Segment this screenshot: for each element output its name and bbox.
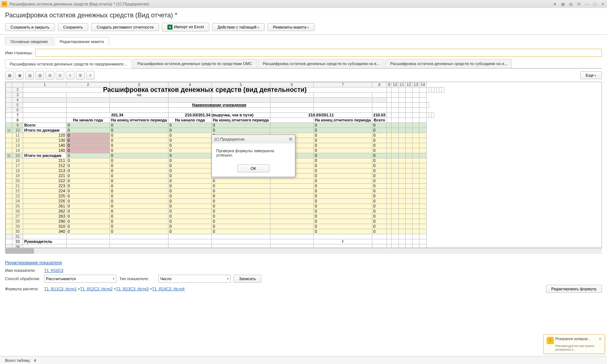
row-number[interactable]: 30: [12, 229, 23, 234]
row-number[interactable]: 5: [12, 103, 23, 108]
row-number[interactable]: 2: [12, 87, 23, 93]
outline-toggle[interactable]: [6, 133, 12, 138]
more-button[interactable]: Еще: [580, 71, 602, 79]
outline-toggle[interactable]: [6, 163, 12, 168]
row-number[interactable]: 14: [12, 148, 23, 153]
row-number[interactable]: 11: [12, 133, 23, 138]
align-center-icon[interactable]: ≣: [76, 71, 85, 80]
outline-toggle[interactable]: [6, 138, 12, 143]
help-icon[interactable]: M: [576, 1, 582, 7]
row-number[interactable]: 19: [12, 174, 23, 179]
outline-toggle[interactable]: [6, 234, 12, 239]
outline-toggle[interactable]: [6, 209, 12, 214]
row-number[interactable]: 20: [12, 179, 23, 184]
ttb-2[interactable]: ▣: [15, 71, 24, 80]
row-number[interactable]: 34: [12, 244, 23, 248]
template-tab-1[interactable]: Расшифровка остатков денежных средств по…: [133, 59, 257, 68]
row-number[interactable]: 27: [12, 214, 23, 219]
template-tab-0[interactable]: Расшифровка остатков денежных средств по…: [5, 59, 132, 68]
maximize-icon[interactable]: ▢: [592, 1, 598, 7]
row-number[interactable]: 13: [12, 143, 23, 148]
template-tab-3[interactable]: Расшифровка остатков денежных средств по…: [385, 59, 512, 68]
outline-toggle[interactable]: [6, 148, 12, 153]
col-header[interactable]: 11: [398, 82, 405, 87]
create-reglament-button[interactable]: Создать регламент отчетности: [91, 23, 159, 31]
row-number[interactable]: 24: [12, 199, 23, 204]
ttb-3[interactable]: ▤: [25, 71, 34, 80]
layout-props-dropdown[interactable]: Реквизиты макета: [268, 23, 315, 31]
row-number[interactable]: 31: [12, 234, 23, 239]
outline-toggle[interactable]: [6, 204, 12, 209]
row-number[interactable]: 29: [12, 224, 23, 229]
grid-icon[interactable]: ▦: [560, 1, 566, 7]
outline-toggle[interactable]: [6, 174, 12, 179]
row-number[interactable]: 12: [12, 138, 23, 143]
row-number[interactable]: 8: [12, 118, 23, 123]
row-number[interactable]: 7: [12, 113, 23, 118]
spreadsheet[interactable]: 12345678910111213142Расшифровка остатков…: [5, 82, 602, 248]
col-header[interactable]: 7: [313, 82, 372, 87]
row-number[interactable]: 10: [12, 128, 23, 133]
formula-token[interactable]: Т1_R12C3_Нстр2: [80, 287, 113, 291]
horizontal-scrollbar[interactable]: [5, 248, 602, 254]
notification-title[interactable]: Резервное копиров...: [547, 337, 602, 341]
outline-toggle[interactable]: ⊟: [6, 128, 12, 133]
formula-token[interactable]: Т1_R13C3_Нстр3: [116, 287, 149, 291]
ttb-4[interactable]: ▥: [35, 71, 44, 80]
star-icon[interactable]: ★: [552, 1, 558, 7]
outline-toggle[interactable]: [6, 214, 12, 219]
align-left-icon[interactable]: ≡: [66, 71, 74, 80]
outline-toggle[interactable]: [6, 108, 12, 113]
outline-toggle[interactable]: [6, 199, 12, 204]
outline-toggle[interactable]: [6, 224, 12, 229]
row-number[interactable]: 15: [12, 153, 23, 158]
outline-toggle[interactable]: [6, 244, 12, 248]
row-number[interactable]: 28: [12, 219, 23, 224]
outline-toggle[interactable]: [6, 179, 12, 184]
outline-toggle[interactable]: [6, 113, 12, 118]
col-header[interactable]: 1: [23, 82, 67, 87]
save-close-button[interactable]: Сохранить и закрыть: [5, 23, 55, 31]
dialog-close-icon[interactable]: ✕: [288, 136, 293, 142]
outline-toggle[interactable]: [6, 98, 12, 103]
col-header[interactable]: 13: [412, 82, 419, 87]
write-button[interactable]: Записать: [234, 275, 261, 283]
indicator-name-link[interactable]: Т1_R10C3: [44, 268, 63, 273]
page-name-input[interactable]: [35, 49, 602, 57]
row-number[interactable]: 18: [12, 168, 23, 174]
row-number[interactable]: 6: [12, 108, 23, 113]
ttb-6[interactable]: ⊟: [56, 71, 64, 80]
editor-heading[interactable]: Редактирование показателя: [5, 260, 602, 265]
row-number[interactable]: 23: [12, 194, 23, 199]
row-number[interactable]: 17: [12, 163, 23, 168]
outline-toggle[interactable]: [6, 239, 12, 244]
dialog-ok-button[interactable]: OK: [237, 164, 270, 172]
col-header[interactable]: 8: [372, 82, 387, 87]
close-icon[interactable]: ✕: [600, 1, 606, 7]
save-button[interactable]: Сохранить: [58, 23, 89, 31]
ttb-5[interactable]: ⊞: [46, 71, 54, 80]
row-number[interactable]: 22: [12, 189, 23, 194]
outline-toggle[interactable]: [6, 229, 12, 234]
template-tab-2[interactable]: Расшифровка остатков денежных средств по…: [258, 59, 385, 68]
outline-toggle[interactable]: [6, 184, 12, 189]
outline-toggle[interactable]: [6, 123, 12, 128]
tab-main-info[interactable]: Основные сведения: [5, 37, 53, 46]
method-combo[interactable]: Рассчитывается: [44, 275, 116, 283]
formula-token[interactable]: Т1_R11C3_Нстр1: [44, 287, 77, 291]
col-header[interactable]: 10: [392, 82, 398, 87]
outline-toggle[interactable]: [6, 194, 12, 199]
minimize-icon[interactable]: —: [584, 1, 590, 7]
outline-toggle[interactable]: [6, 87, 12, 93]
col-header[interactable]: 12: [405, 82, 412, 87]
formula-token[interactable]: Т1_R14C3_Нстр4: [152, 287, 185, 291]
outline-toggle[interactable]: ⊟: [6, 153, 12, 158]
row-number[interactable]: 21: [12, 184, 23, 189]
import-excel-button[interactable]: Импорт из Excel: [162, 23, 209, 31]
outline-toggle[interactable]: [6, 158, 12, 163]
notification-close-icon[interactable]: ✕: [599, 337, 602, 341]
table-action-dropdown[interactable]: Действие с таблицей: [212, 23, 265, 31]
row-number[interactable]: 9: [12, 123, 23, 128]
ttb-1[interactable]: ▦: [5, 71, 14, 80]
row-number[interactable]: 16: [12, 158, 23, 163]
